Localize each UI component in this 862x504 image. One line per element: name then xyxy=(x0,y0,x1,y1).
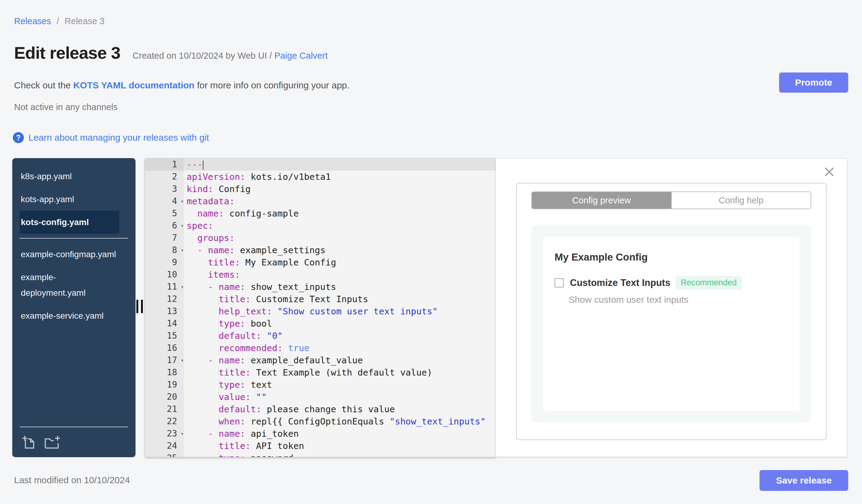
file-tree-item[interactable]: kots-app.yaml xyxy=(19,188,119,211)
file-tree-item[interactable]: kots-config.yaml xyxy=(19,211,119,234)
code-text[interactable]: spec: xyxy=(184,220,496,232)
code-line: 3kind: Config xyxy=(145,183,496,195)
line-number: 14 xyxy=(145,317,184,330)
code-text[interactable]: name: config-sample xyxy=(184,207,496,220)
code-line: 14 type: bool xyxy=(145,317,496,330)
code-text[interactable]: metadata: xyxy=(184,195,496,207)
line-number: 23▾ xyxy=(145,427,184,440)
code-line: 18 title: Text Example (with default val… xyxy=(145,367,496,379)
file-tree-divider xyxy=(19,238,128,239)
line-number: 11▾ xyxy=(145,281,184,293)
indent-guide xyxy=(219,293,219,354)
code-text[interactable]: default: please change this value xyxy=(184,403,496,415)
fold-toggle-icon[interactable]: ▾ xyxy=(181,427,184,440)
indent-guide xyxy=(219,440,219,457)
code-text[interactable]: type: text xyxy=(184,379,496,391)
line-number: 18 xyxy=(145,367,184,379)
file-tree-item[interactable]: k8s-app.yaml xyxy=(19,165,119,188)
code-text[interactable]: --- xyxy=(184,158,496,171)
breadcrumb-current: Release 3 xyxy=(65,16,105,26)
code-text[interactable]: title: API token xyxy=(184,440,496,452)
config-group-card: My Example Config Customize Text Inputs … xyxy=(543,237,800,411)
close-icon[interactable] xyxy=(824,167,835,177)
code-text[interactable]: title: Text Example (with default value) xyxy=(184,367,496,379)
fold-toggle-icon[interactable]: ▾ xyxy=(181,354,184,367)
line-number: 17▾ xyxy=(145,354,184,367)
line-number: 20 xyxy=(145,391,184,403)
code-text[interactable]: - name: api_token xyxy=(184,427,496,440)
line-number: 21 xyxy=(145,403,184,415)
fold-toggle-icon[interactable]: ▾ xyxy=(181,195,184,207)
config-preview-container: Config preview Config help My Example Co… xyxy=(516,183,826,440)
file-list-bottom: example-configmap.yamlexample-deployment… xyxy=(12,243,135,327)
code-line: 25 type: password xyxy=(145,452,496,457)
fold-toggle-icon[interactable]: ▾ xyxy=(181,220,184,232)
new-folder-icon[interactable] xyxy=(43,435,61,450)
file-tree-item[interactable]: example-service.yaml xyxy=(19,304,119,327)
code-line: 22 when: repl{{ ConfigOptionEquals "show… xyxy=(145,415,496,427)
code-text[interactable]: - name: example_default_value xyxy=(184,354,496,367)
yaml-editor[interactable]: 1---2apiVersion: kots.io/v1beta13kind: C… xyxy=(145,158,496,457)
code-line: 7 groups: xyxy=(145,232,496,244)
code-text[interactable]: title: Customize Text Inputs xyxy=(184,293,496,305)
save-release-button[interactable]: Save release xyxy=(759,470,848,491)
code-lines: 1---2apiVersion: kots.io/v1beta13kind: C… xyxy=(145,158,496,457)
code-line: 19 type: text xyxy=(145,379,496,391)
line-number: 1 xyxy=(145,158,184,171)
code-text[interactable]: - name: example_settings xyxy=(184,244,496,256)
file-tree-item[interactable]: example-configmap.yaml xyxy=(19,243,119,266)
code-text[interactable]: title: My Example Config xyxy=(184,256,496,268)
line-number: 22 xyxy=(145,415,184,427)
tab-config-help[interactable]: Config help xyxy=(671,192,811,209)
resize-handle-left[interactable] xyxy=(136,300,143,313)
code-text[interactable]: kind: Config xyxy=(184,183,496,195)
code-line: 10 items: xyxy=(145,268,496,281)
code-text[interactable]: apiVersion: kots.io/v1beta1 xyxy=(184,171,496,183)
code-line: 15 default: "0" xyxy=(145,330,496,342)
tab-config-preview[interactable]: Config preview xyxy=(532,192,671,209)
line-number: 19 xyxy=(145,379,184,391)
line-number: 15 xyxy=(145,330,184,342)
text-cursor xyxy=(203,161,204,170)
code-line: 21 default: please change this value xyxy=(145,403,496,415)
breadcrumb-releases-link[interactable]: Releases xyxy=(14,16,51,26)
code-text[interactable]: items: xyxy=(184,268,496,281)
code-text[interactable]: default: "0" xyxy=(184,330,496,342)
code-line: 1--- xyxy=(145,158,496,171)
line-number: 3 xyxy=(145,183,184,195)
config-preview-body: My Example Config Customize Text Inputs … xyxy=(531,225,811,422)
code-line: 9 title: My Example Config xyxy=(145,256,496,268)
promote-button[interactable]: Promote xyxy=(779,72,848,93)
docs-text-suffix: for more info on configuring your app. xyxy=(197,80,350,90)
file-list-top: k8s-app.yamlkots-app.yamlkots-config.yam… xyxy=(12,165,135,234)
kots-yaml-docs-link[interactable]: KOTS YAML documentation xyxy=(73,80,194,90)
code-text[interactable]: - name: show_text_inputs xyxy=(184,281,496,293)
fold-toggle-icon[interactable]: ▾ xyxy=(181,244,184,256)
git-help-link[interactable]: Learn about managing your releases with … xyxy=(28,132,209,143)
code-text[interactable]: recommended: true xyxy=(184,342,496,354)
customize-text-inputs-checkbox[interactable] xyxy=(554,278,564,288)
new-file-icon[interactable] xyxy=(22,435,36,450)
line-number: 25 xyxy=(145,452,184,457)
code-text[interactable]: type: bool xyxy=(184,317,496,330)
code-line: 17▾ - name: example_default_value xyxy=(145,354,496,367)
config-item-title: Customize Text Inputs xyxy=(570,277,670,288)
fold-toggle-icon[interactable]: ▾ xyxy=(181,281,184,293)
created-author-link[interactable]: Paige Calvert xyxy=(274,51,328,61)
file-tree-item[interactable]: example-deployment.yaml xyxy=(19,266,119,304)
line-number: 12 xyxy=(145,293,184,305)
config-group-title: My Example Config xyxy=(554,251,800,263)
code-text[interactable]: type: password xyxy=(184,452,496,457)
code-text[interactable]: groups: xyxy=(184,232,496,244)
code-line: 11▾ - name: show_text_inputs xyxy=(145,281,496,293)
code-line: 16 recommended: true xyxy=(145,342,496,354)
git-help-row: ? Learn about managing your releases wit… xyxy=(13,132,209,143)
indent-guide xyxy=(219,367,219,427)
code-text[interactable]: value: "" xyxy=(184,391,496,403)
line-number: 2 xyxy=(145,171,184,183)
code-text[interactable]: help_text: "Show custom user text inputs… xyxy=(184,305,496,317)
code-text[interactable]: when: repl{{ ConfigOptionEquals "show_te… xyxy=(184,415,496,427)
file-tree-actions xyxy=(12,432,135,457)
code-line: 4▾metadata: xyxy=(145,195,496,207)
edit-release-page: Releases / Release 3 Edit release 3 Crea… xyxy=(0,0,862,504)
